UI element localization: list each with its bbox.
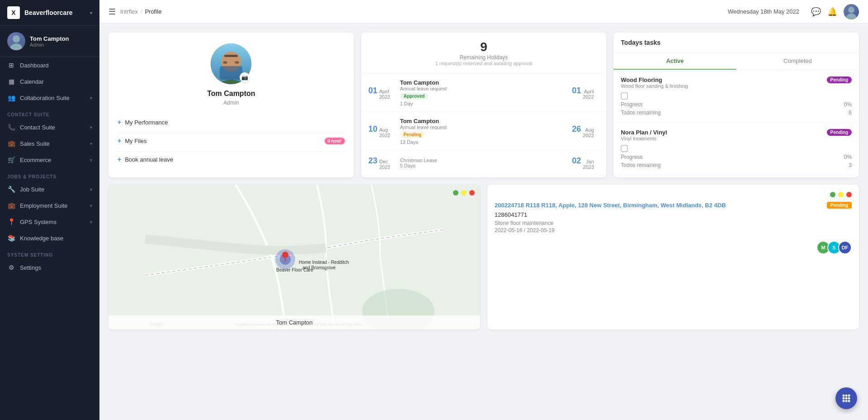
menu-button[interactable]: ☰	[108, 7, 116, 17]
task-item: Nora Plan / Vinyl Vinyl treatments Pendi…	[613, 123, 859, 175]
holiday-start-date: 10 Aug 2022	[368, 124, 396, 138]
tasks-header: Todays tasks	[613, 33, 859, 53]
task-meta: Progress 0%	[621, 154, 852, 160]
job-dots	[495, 192, 852, 197]
holiday-end-month: April	[583, 89, 594, 94]
sidebar-item-dashboard[interactable]: ⊞ Dashboard	[0, 57, 99, 73]
sidebar-item-label: Sales Suite	[20, 140, 85, 147]
sidebar-item-ecommerce[interactable]: 🛒 Ecommerce ▾	[0, 152, 99, 168]
sidebar-brand[interactable]: X Beaverfloorcare ▾	[0, 0, 99, 26]
sidebar-item-collaboration-suite[interactable]: 👥 Collaboration Suite ▾	[0, 90, 99, 106]
main-area: ☰ Intrflex / Profile Wednesday 18th May …	[99, 0, 868, 420]
sidebar-item-job-suite[interactable]: 🔧 Job Suite ▾	[0, 181, 99, 197]
sidebar-item-settings[interactable]: ⚙ Settings	[0, 259, 99, 276]
task-check	[621, 92, 852, 100]
my-files-label: My Files	[125, 138, 146, 144]
holiday-end-date: 26 Aug 2022	[572, 124, 599, 138]
holiday-header: 9 Remaining Holidays 1 request(s) reserv…	[361, 33, 607, 74]
dot-green	[453, 190, 458, 196]
fab-button[interactable]	[835, 387, 857, 409]
holiday-sub: 1 request(s) reserved and awaiting appro…	[368, 61, 599, 66]
chevron-down-icon: ▾	[90, 125, 92, 130]
holiday-start-day: 10	[368, 124, 377, 134]
sidebar-item-employment-suite[interactable]: 💼 Employment Suite ▾	[0, 197, 99, 214]
holiday-type: Annual leave request	[400, 86, 568, 91]
map-dots	[453, 190, 475, 196]
sidebar-item-label: Knowledge base	[20, 235, 92, 242]
topbar: ☰ Intrflex / Profile Wednesday 18th May …	[99, 0, 868, 24]
chat-icon[interactable]: 💬	[811, 7, 821, 17]
sidebar-item-gps-systems[interactable]: 📍 GPS Systems ▾	[0, 214, 99, 230]
tasks-body: Wood Flooring Wood floor sanding & finis…	[613, 70, 859, 175]
breadcrumb-separator: /	[141, 8, 142, 15]
sidebar-item-label: Ecommerce	[20, 157, 85, 163]
sales-icon: 💼	[7, 140, 15, 147]
holiday-start-year: 2022	[379, 133, 390, 138]
todos-value: 3	[849, 162, 852, 168]
job-card: 200224718 R118 R118, Apple, 128 New Stre…	[487, 185, 859, 329]
task-subtitle: Vinyl treatments	[621, 136, 667, 141]
holiday-end-day: 26	[572, 124, 581, 134]
progress-value: 0%	[844, 154, 852, 160]
tab-active[interactable]: Active	[613, 53, 736, 70]
book-annual-leave-action[interactable]: + Book annual leave	[118, 152, 345, 167]
holiday-start-month: Aug	[379, 127, 390, 133]
task-checkbox[interactable]	[621, 92, 628, 100]
svg-point-26	[845, 397, 848, 400]
sidebar-section-jobs: JOBS & PROJECTS	[0, 168, 99, 181]
grid-icon	[841, 393, 851, 403]
tasks-tabs: Active Completed	[613, 53, 859, 70]
employment-icon: 💼	[7, 202, 15, 209]
task-status-badge: Pending	[827, 129, 852, 136]
chevron-down-icon: ▾	[90, 95, 92, 100]
holiday-end-month: Aug	[583, 127, 594, 133]
task-checkbox[interactable]	[621, 145, 628, 152]
holiday-end: 01 April 2022	[572, 86, 599, 100]
dashboard-icon: ⊞	[7, 62, 15, 69]
sidebar-item-knowledge-base[interactable]: 📚 Knowledge base	[0, 230, 99, 246]
tab-completed[interactable]: Completed	[736, 53, 859, 70]
topbar-avatar[interactable]	[844, 4, 859, 19]
breadcrumb-root[interactable]: Intrflex	[120, 8, 138, 15]
dot-green	[830, 192, 835, 197]
svg-point-30	[848, 400, 850, 402]
task-title-wrap: Nora Plan / Vinyl Vinyl treatments	[621, 129, 667, 141]
brand-chevron-icon: ▾	[90, 10, 92, 15]
brand-logo: X	[7, 6, 20, 19]
sidebar-item-calendar[interactable]: ▦ Calendar	[0, 73, 99, 90]
sidebar-item-sales-suite[interactable]: 💼 Sales Suite ▾	[0, 135, 99, 152]
status-badge: Approved	[400, 93, 429, 100]
holiday-count: 9	[368, 40, 599, 54]
task-todos: Todos remaining 3	[621, 162, 852, 168]
svg-point-25	[843, 397, 845, 400]
sidebar-item-contact-suite[interactable]: 📞 Contact Suite ▾	[0, 119, 99, 135]
user-text: Tom Campton Admin	[30, 35, 69, 48]
holiday-end-day: 01	[572, 86, 581, 95]
my-files-action[interactable]: + My Files 0 new!	[118, 133, 345, 148]
task-todos: Todos remaining 6	[621, 110, 852, 116]
holiday-item: 23 Dec 2022 Christmas Leave 5 Days	[361, 151, 607, 176]
notification-icon[interactable]: 🔔	[827, 7, 837, 17]
camera-icon[interactable]: 📷	[240, 72, 250, 82]
holiday-type: Annual leave request	[400, 124, 568, 130]
sidebar-section-system: SYSTEM SETTING	[0, 246, 99, 259]
avatar	[7, 32, 25, 50]
task-check	[621, 145, 852, 152]
holiday-list: 01 April 2022 Tom Campton Annual leave r…	[361, 74, 607, 176]
book-annual-leave-label: Book annual leave	[125, 156, 173, 163]
sidebar-section-contact: CONTACT SUITE	[0, 106, 99, 119]
holiday-duration: 13 Days	[400, 139, 568, 145]
settings-icon: ⚙	[7, 264, 15, 271]
profile-name: Tom Campton	[207, 90, 255, 98]
my-performance-action[interactable]: + My Performance	[118, 115, 345, 129]
profile-avatar-wrap: 📷	[211, 43, 251, 84]
svg-point-23	[845, 395, 848, 397]
sidebar-item-label: Contact Suite	[20, 124, 85, 131]
sidebar-item-label: Job Suite	[20, 186, 85, 193]
holiday-start-date: 23 Dec 2022	[368, 156, 396, 170]
job-address: 200224718 R118 R118, Apple, 128 New Stre…	[495, 202, 822, 209]
ecommerce-icon: 🛒	[7, 156, 15, 163]
holiday-end: 26 Aug 2022	[572, 124, 599, 138]
task-item: Wood Flooring Wood floor sanding & finis…	[613, 70, 859, 123]
holiday-end: 02 Jan 2023	[572, 156, 599, 170]
